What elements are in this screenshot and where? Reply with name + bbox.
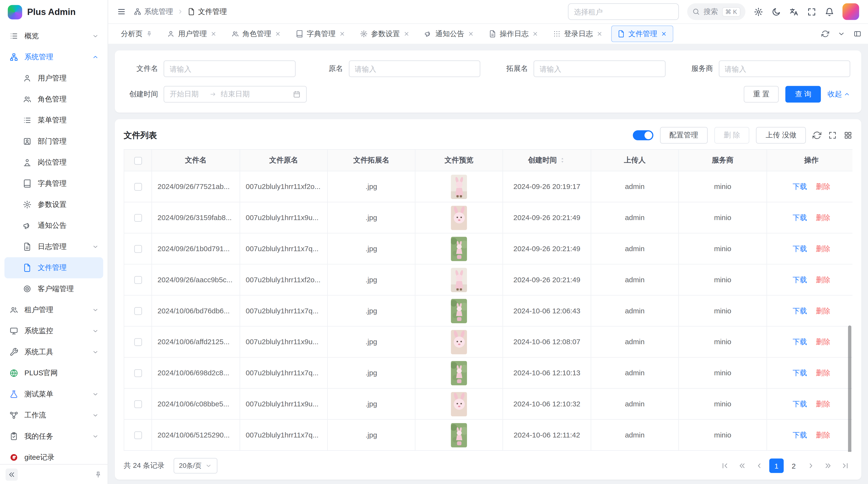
tab-dictionaries[interactable]: 字典管理 — [289, 26, 352, 42]
tenant-select[interactable] — [568, 3, 679, 20]
delete-link[interactable]: 删除 — [816, 306, 830, 315]
file-preview-image[interactable] — [451, 174, 467, 199]
next-5-pages-button[interactable] — [821, 458, 835, 473]
refresh-tab-icon[interactable] — [822, 30, 829, 38]
close-icon[interactable] — [210, 31, 217, 37]
sidebar-item-notices[interactable]: 通知公告 — [4, 215, 103, 236]
row-checkbox[interactable] — [134, 369, 142, 377]
sidebar-item-system[interactable]: 系统管理 — [4, 46, 103, 67]
file-preview-image[interactable] — [451, 392, 467, 416]
download-link[interactable]: 下载 — [793, 337, 807, 346]
sidebar-item-files[interactable]: 文件管理 — [4, 257, 103, 278]
row-checkbox[interactable] — [134, 183, 142, 191]
pin-icon[interactable] — [94, 471, 102, 478]
sidebar-item-roles[interactable]: 角色管理 — [4, 89, 103, 110]
file-preview-image[interactable] — [451, 361, 467, 385]
sidebar-item-monitor[interactable]: 系统监控 — [4, 321, 103, 342]
download-link[interactable]: 下载 — [793, 399, 807, 408]
file-preview-image[interactable] — [451, 236, 467, 261]
collapse-filters-link[interactable]: 收起 — [828, 89, 850, 99]
sidebar-item-overview[interactable]: 概览 — [4, 26, 103, 46]
breadcrumb-item-system[interactable]: 系统管理 — [133, 7, 173, 17]
download-link[interactable]: 下载 — [793, 182, 807, 191]
config-manage-button[interactable]: 配置管理 — [660, 127, 708, 144]
tab-login-logs[interactable]: 登录日志 — [547, 26, 609, 42]
page-button-2[interactable]: 2 — [786, 458, 801, 473]
tab-users[interactable]: 用户管理 — [161, 26, 223, 42]
extension-input[interactable] — [534, 61, 665, 77]
breadcrumb-item-files[interactable]: 文件管理 — [188, 7, 227, 17]
row-checkbox[interactable] — [134, 276, 142, 284]
upload-button[interactable]: 上传 没做 — [756, 127, 806, 144]
file-preview-image[interactable] — [451, 267, 467, 292]
row-checkbox[interactable] — [134, 214, 142, 222]
app-logo[interactable]: Plus Admin — [0, 0, 107, 24]
close-icon[interactable] — [532, 31, 539, 37]
menu-toggle-icon[interactable] — [117, 7, 126, 16]
refresh-table-icon[interactable] — [812, 131, 822, 140]
sidebar-item-parameters[interactable]: 参数设置 — [4, 194, 103, 215]
user-avatar[interactable] — [842, 3, 859, 20]
delete-link[interactable]: 删除 — [816, 399, 830, 408]
file-preview-image[interactable] — [451, 205, 467, 230]
row-checkbox[interactable] — [134, 400, 142, 408]
translate-icon[interactable] — [789, 7, 799, 17]
row-checkbox[interactable] — [134, 431, 142, 439]
first-page-button[interactable] — [718, 458, 732, 473]
sidebar-item-my-tasks[interactable]: 我的任务 — [4, 426, 103, 447]
search-button[interactable]: 查 询 — [785, 86, 821, 103]
tab-roles[interactable]: 角色管理 — [225, 26, 287, 42]
download-link[interactable]: 下载 — [793, 368, 807, 377]
delete-link[interactable]: 删除 — [816, 430, 830, 439]
delete-button[interactable]: 删 除 — [714, 127, 749, 144]
page-button-1[interactable]: 1 — [769, 458, 784, 473]
column-settings-icon[interactable] — [844, 131, 852, 140]
tab-parameters[interactable]: 参数设置 — [354, 26, 416, 42]
pin-icon[interactable] — [146, 31, 153, 37]
delete-link[interactable]: 删除 — [816, 213, 830, 222]
collapse-sidebar-button[interactable] — [5, 468, 18, 481]
provider-input[interactable] — [718, 61, 850, 77]
sidebar-item-positions[interactable]: 岗位管理 — [4, 152, 103, 173]
sidebar-item-clients[interactable]: 客户端管理 — [4, 279, 103, 299]
delete-link[interactable]: 删除 — [816, 244, 830, 253]
next-page-button[interactable] — [804, 458, 818, 473]
sidebar-item-tenants[interactable]: 租户管理 — [4, 299, 103, 320]
sort-icon[interactable] — [559, 157, 566, 165]
file-preview-image[interactable] — [451, 330, 467, 354]
prev-page-button[interactable] — [752, 458, 767, 473]
prev-5-pages-button[interactable] — [735, 458, 749, 473]
row-checkbox[interactable] — [134, 307, 142, 315]
tab-files[interactable]: 文件管理 — [611, 26, 674, 42]
sidebar-item-users[interactable]: 用户管理 — [4, 68, 103, 89]
file-preview-image[interactable] — [451, 423, 467, 447]
dark-mode-moon-icon[interactable] — [772, 7, 781, 17]
select-all-checkbox[interactable] — [134, 157, 142, 164]
tab-analysis[interactable]: 分析页 — [115, 26, 159, 42]
notification-bell-icon[interactable] — [825, 7, 834, 17]
close-icon[interactable] — [661, 31, 668, 37]
close-icon[interactable] — [467, 31, 474, 37]
file-preview-image[interactable] — [451, 299, 467, 323]
sidebar-item-workflow[interactable]: 工作流 — [4, 405, 103, 426]
delete-link[interactable]: 删除 — [816, 182, 830, 191]
download-link[interactable]: 下载 — [793, 275, 807, 284]
sidebar-item-logs[interactable]: 日志管理 — [4, 236, 103, 257]
original-name-input[interactable] — [349, 61, 480, 77]
page-size-select[interactable]: 20条/页 — [173, 458, 217, 474]
sidebar-item-departments[interactable]: 部门管理 — [4, 131, 103, 152]
sidebar-item-menus[interactable]: 菜单管理 — [4, 110, 103, 131]
download-link[interactable]: 下载 — [793, 244, 807, 253]
close-icon[interactable] — [403, 31, 410, 37]
date-range-picker[interactable]: 开始日期 结束日期 — [164, 86, 307, 103]
global-search[interactable]: 搜索 ⌘ K — [687, 3, 745, 20]
row-checkbox[interactable] — [134, 338, 142, 346]
layout-columns-icon[interactable] — [854, 30, 861, 38]
last-page-button[interactable] — [838, 458, 852, 473]
settings-gear-icon[interactable] — [754, 7, 763, 17]
tab-menu-chevron-icon[interactable] — [837, 30, 845, 38]
tab-operation-logs[interactable]: 操作日志 — [483, 26, 545, 42]
close-icon[interactable] — [339, 31, 345, 37]
fullscreen-icon[interactable] — [807, 7, 816, 17]
sidebar-item-tools[interactable]: 系统工具 — [4, 342, 103, 362]
